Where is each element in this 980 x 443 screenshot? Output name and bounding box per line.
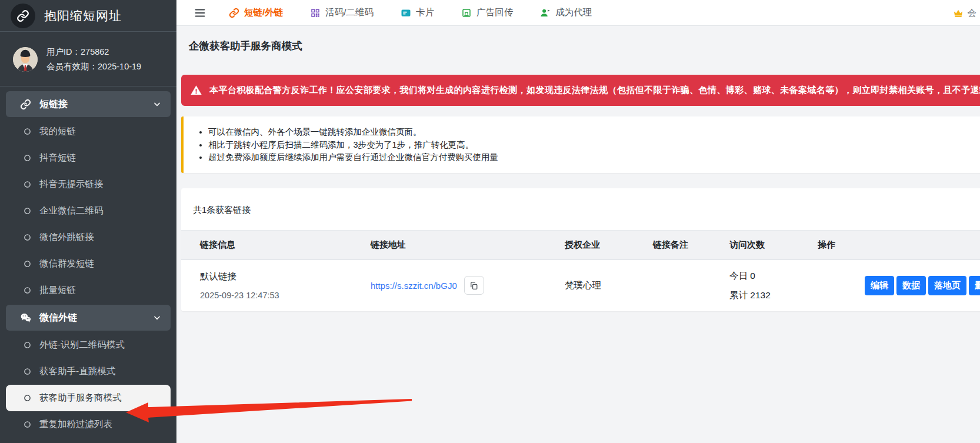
nav-tab-become-agent[interactable]: 成为代理 [540, 6, 592, 19]
chain-icon [20, 99, 31, 110]
sidebar-item-label: 获客助手-直跳模式 [39, 365, 115, 378]
landing-page-button[interactable]: 落地页 [928, 276, 966, 295]
tip-item: 超过免费添加额度后继续添加用户需要自行通过企业微信官方付费购买使用量 [208, 151, 980, 164]
tip-item: 相比于跳转小程序后扫描二维码添加，3步变为了1步，推广转化更高。 [208, 139, 980, 152]
hamburger-menu-icon[interactable] [194, 6, 206, 19]
top-navbar: 短链/外链 活码/二维码 卡片 广告回传 成为代理 会 [176, 0, 980, 26]
cell-authorized-company: 梵璞心理 [565, 259, 653, 311]
sidebar-item-label: 重复加粉过滤列表 [39, 418, 112, 431]
wechat-icon [20, 312, 31, 324]
circle-icon [24, 260, 31, 268]
sidebar-item-label: 抖音无提示链接 [39, 178, 104, 191]
user-id-label: 用户ID： [46, 47, 81, 56]
sidebar-item-wechat-outlink[interactable]: 微信外跳链接 [6, 224, 171, 251]
circle-icon [24, 234, 31, 241]
nav-member-area[interactable]: 会 [952, 0, 977, 26]
sidebar-item-batch-shortlink[interactable]: 批量短链 [6, 277, 171, 304]
app-screen: 抱阳缩短网址 用户ID：275862 会员有效期：2025-10-19 [0, 0, 980, 443]
sidebar-item-my-shortlinks[interactable]: 我的短链 [6, 118, 171, 145]
user-expiry-line: 会员有效期：2025-10-19 [46, 59, 141, 74]
circle-icon [24, 421, 31, 428]
nav-tab-livecode-qrcode[interactable]: 活码/二维码 [310, 6, 374, 19]
column-actions: 操作 [818, 230, 980, 259]
sidebar-menu: 短链接 我的短链 抖音短链 抖音无提示链接 企业微信二维码 微信外跳链接 微信群… [0, 86, 176, 438]
sidebar-item-wecom-qrcode[interactable]: 企业微信二维码 [6, 198, 171, 224]
nav-tab-ad-return[interactable]: 广告回传 [461, 6, 513, 19]
sidebar-item-assistant-direct-mode[interactable]: 获客助手-直跳模式 [6, 358, 171, 385]
qrcode-icon [310, 8, 321, 18]
sidebar-item-wechat-bulk[interactable]: 微信群发短链 [6, 251, 171, 277]
links-summary: 共1条获客链接 [181, 188, 980, 230]
sidebar-item-label: 获客助手服务商模式 [39, 392, 122, 404]
delete-button[interactable]: 删除 [969, 276, 980, 295]
sidebar-group-shortlink[interactable]: 短链接 [6, 91, 171, 117]
sidebar-item-label: 抖音短链 [39, 152, 76, 164]
circle-icon [24, 394, 31, 402]
circle-icon [24, 368, 31, 375]
sidebar-item-label: 微信外跳链接 [39, 231, 94, 244]
column-link-remark: 链接备注 [653, 230, 729, 259]
nav-tab-label: 活码/二维码 [325, 6, 374, 19]
user-id-line: 用户ID：275862 [46, 45, 141, 59]
user-info: 用户ID：275862 会员有效期：2025-10-19 [46, 45, 141, 74]
card-icon [401, 8, 411, 18]
sidebar-group-label: 短链接 [39, 98, 153, 111]
nav-tab-shortlink-outlink[interactable]: 短链/外链 [229, 6, 283, 19]
copy-button[interactable] [464, 276, 484, 295]
column-link-url: 链接地址 [371, 230, 565, 259]
table-row: 默认链接 2025-09-23 12:47:53 https://s.szzit… [181, 259, 980, 311]
avatar-image [13, 47, 38, 72]
app-logo [11, 4, 35, 28]
user-avatar[interactable] [13, 47, 38, 72]
link-created-time: 2025-09-23 12:47:53 [200, 289, 371, 301]
sidebar-item-label: 微信群发短链 [39, 258, 94, 270]
sidebar-item-label: 外链-识别二维码模式 [39, 339, 125, 351]
chain-icon [16, 9, 29, 22]
agent-icon [540, 8, 551, 18]
app-title: 抱阳缩短网址 [44, 8, 122, 24]
sidebar-item-douyin-noprompt[interactable]: 抖音无提示链接 [6, 171, 171, 198]
crown-icon [952, 8, 965, 18]
sidebar-item-label: 我的短链 [39, 125, 76, 138]
sidebar-item-label: 企业微信二维码 [39, 205, 104, 217]
user-expiry-value: 2025-10-19 [98, 62, 141, 71]
sidebar-group-wechat-external[interactable]: 微信外链 [6, 305, 171, 331]
sidebar-item-duplicate-filter-list[interactable]: 重复加粉过滤列表 [6, 411, 171, 438]
sidebar-group-label: 微信外链 [39, 312, 153, 324]
cell-actions: 编辑 数据 落地页 删除 [818, 259, 980, 311]
top-nav-items: 短链/外链 活码/二维码 卡片 广告回传 成为代理 [229, 6, 619, 19]
column-visit-count: 访问次数 [729, 230, 818, 259]
edit-button[interactable]: 编辑 [865, 276, 894, 295]
chain-icon [229, 8, 239, 18]
tips-list: 可以在微信内、外各个场景一键跳转添加企业微信页面。 相比于跳转小程序后扫描二维码… [208, 126, 980, 164]
data-button[interactable]: 数据 [896, 276, 926, 295]
page-title: 企微获客助手服务商模式 [189, 38, 980, 54]
nav-tab-label: 短链/外链 [244, 6, 283, 19]
cell-visit-count: 今日 0 累计 2132 [729, 259, 818, 311]
nav-tab-card[interactable]: 卡片 [401, 6, 434, 19]
circle-icon [24, 128, 31, 135]
circle-icon [24, 287, 31, 294]
cell-link-remark [653, 259, 729, 311]
nav-member-label: 会 [968, 7, 977, 19]
circle-icon [24, 207, 31, 215]
ad-return-icon [461, 8, 472, 18]
short-url-link[interactable]: https://s.szzit.cn/bGJ0 [371, 281, 457, 291]
alert-text: 本平台积极配合警方反诈工作！应公安部要求，我们将对生成的内容进行检测，如发现违反… [209, 85, 980, 96]
cell-link-url: https://s.szzit.cn/bGJ0 [371, 259, 565, 311]
cell-link-info: 默认链接 2025-09-23 12:47:53 [181, 259, 371, 311]
sidebar-item-douyin-shortlink[interactable]: 抖音短链 [6, 145, 171, 171]
copy-icon [469, 281, 478, 290]
sidebar-item-outlink-qrcode-mode[interactable]: 外链-识别二维码模式 [6, 332, 171, 358]
link-name: 默认链接 [200, 270, 371, 283]
nav-tab-label: 卡片 [416, 6, 434, 19]
sidebar-item-assistant-provider-mode[interactable]: 获客助手服务商模式 [6, 385, 171, 411]
sidebar: 抱阳缩短网址 用户ID：275862 会员有效期：2025-10-19 [0, 0, 176, 443]
circle-icon [24, 181, 31, 188]
chevron-down-icon [153, 100, 161, 108]
anti-fraud-alert: 本平台积极配合警方反诈工作！应公安部要求，我们将对生成的内容进行检测，如发现违反… [181, 75, 980, 106]
nav-tab-label: 广告回传 [476, 6, 513, 19]
user-id-value: 275862 [81, 47, 109, 56]
nav-tab-label: 成为代理 [555, 6, 592, 19]
brand[interactable]: 抱阳缩短网址 [0, 0, 176, 32]
